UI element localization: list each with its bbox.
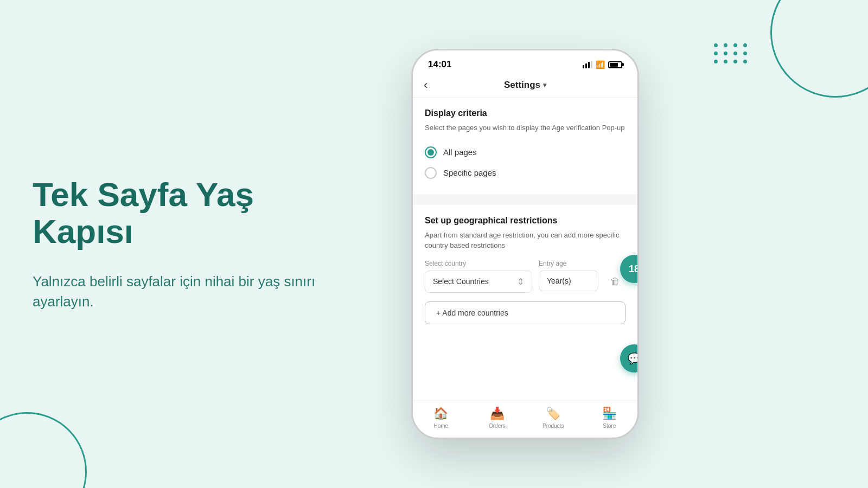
entry-age-wrapper: Entry age Year(s) (539, 260, 598, 291)
nav-store[interactable]: 🏪 Store (582, 407, 638, 429)
chat-icon: 💬 (628, 352, 640, 365)
select-country-label: Select country (425, 260, 532, 267)
main-title: Tek Sayfa Yaş Kapısı (33, 176, 347, 250)
bg-decoration-circle-top-right (770, 0, 868, 98)
signal-icon (583, 61, 592, 68)
bg-decoration-circle-bottom-left (0, 412, 87, 488)
radio-all-pages-circle (425, 146, 437, 158)
bottom-nav: 🏠 Home 📥 Orders 🏷️ Products 🏪 Store (413, 401, 637, 438)
header-title: Settings ▾ (504, 80, 546, 91)
year-placeholder: Year(s) (547, 277, 571, 285)
entry-age-label: Entry age (539, 260, 598, 267)
add-more-countries-button[interactable]: + Add more countries (425, 301, 626, 324)
status-icons: 📶 (583, 60, 622, 69)
section-divider (413, 200, 637, 205)
phone-mockup: 14:01 📶 ‹ Settings ▾ (411, 49, 639, 439)
country-select-placeholder: Select Countries (433, 277, 489, 286)
status-time: 14:01 (428, 59, 451, 70)
country-select-wrapper: Select country Select Countries ⇕ (425, 260, 532, 293)
geo-restrictions-title: Set up geographical restrictions (425, 216, 626, 226)
left-content: Tek Sayfa Yaş Kapısı Yalnızca belirli sa… (33, 176, 347, 311)
geo-restrictions-section: Set up geographical restrictions Apart f… (413, 205, 637, 401)
nav-home[interactable]: 🏠 Home (413, 407, 469, 429)
phone-body: 14:01 📶 ‹ Settings ▾ (411, 49, 639, 439)
nav-home-label: Home (433, 423, 448, 429)
nav-orders-label: Orders (489, 423, 506, 429)
radio-specific-pages[interactable]: Specific pages (425, 163, 626, 183)
products-icon: 🏷️ (546, 407, 560, 421)
sub-text: Yalnızca belirli sayfalar için nihai bir… (33, 272, 347, 312)
country-select-arrow-icon: ⇕ (517, 277, 524, 287)
wifi-icon: 📶 (596, 60, 605, 69)
store-icon: 🏪 (602, 407, 617, 421)
nav-products[interactable]: 🏷️ Products (525, 407, 582, 429)
country-row: Select country Select Countries ⇕ Entry … (425, 260, 626, 293)
home-icon: 🏠 (433, 407, 448, 421)
nav-products-label: Products (542, 423, 564, 429)
radio-specific-pages-circle (425, 167, 437, 179)
radio-all-pages-fill (427, 149, 434, 156)
display-criteria-section: Display criteria Select the pages you wi… (413, 98, 637, 194)
radio-specific-pages-label: Specific pages (443, 168, 496, 177)
display-criteria-desc: Select the pages you wish to display the… (425, 123, 626, 133)
app-header: ‹ Settings ▾ (413, 74, 637, 98)
radio-all-pages-label: All pages (443, 147, 477, 157)
back-button[interactable]: ‹ (424, 78, 427, 92)
orders-icon: 📥 (490, 407, 505, 421)
bg-decoration-dots (714, 43, 749, 63)
phone-content: Display criteria Select the pages you wi… (413, 98, 637, 438)
nav-store-label: Store (603, 423, 616, 429)
year-select-box[interactable]: Year(s) (539, 271, 598, 291)
status-bar: 14:01 📶 (413, 50, 637, 74)
country-select-box[interactable]: Select Countries ⇕ (425, 271, 532, 293)
display-criteria-title: Display criteria (425, 108, 626, 118)
nav-orders[interactable]: 📥 Orders (469, 407, 526, 429)
header-dropdown-arrow-icon[interactable]: ▾ (543, 81, 546, 89)
geo-restrictions-desc: Apart from standard age restriction, you… (425, 230, 626, 251)
radio-all-pages[interactable]: All pages (425, 142, 626, 163)
battery-icon (608, 61, 622, 68)
